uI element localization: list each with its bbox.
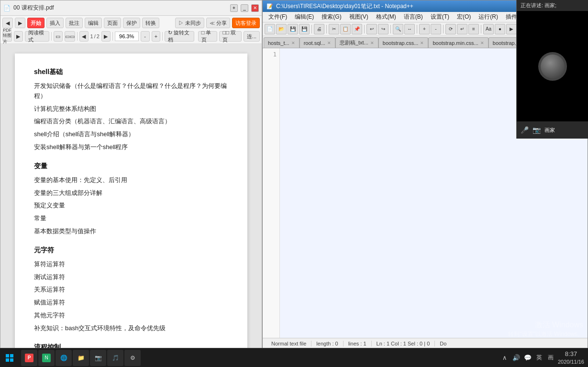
taskbar-clock[interactable]: 8:37 2020/11/16 [558, 350, 584, 366]
pdf-item-6: 变量的基本使用：先定义、后引用 [34, 175, 228, 185]
menu-format[interactable]: 格式(M) [372, 12, 400, 22]
tab-beiju-close[interactable]: ✕ [370, 41, 374, 45]
toolbar-sep5 [417, 25, 417, 33]
nav-prev-btn[interactable]: ◀ [79, 31, 89, 42]
npp-run-btn[interactable]: ▶ [506, 24, 517, 34]
play-btn[interactable]: ▶ [14, 31, 23, 42]
video-mic-btn[interactable]: 🎤 [521, 126, 529, 134]
rotate-btn[interactable]: ↻ 旋转文档 [165, 31, 194, 42]
taskbar-files-app[interactable]: 📁 [73, 350, 89, 366]
toolbar-row-1: ◀ ▶ 开始 插入 批注 编辑 页面 保护 转换 ▷ 未同步 ≪ 分享 访客登录 [2, 17, 260, 29]
edit-btn[interactable]: 编辑 [85, 18, 102, 28]
tab-beiju[interactable]: 悲剧稿_txt... ✕ [335, 37, 378, 48]
fwd-btn[interactable]: ▶ [15, 18, 25, 28]
status-length: length : 0 [311, 341, 343, 346]
taskbar-npp-icon: N [42, 354, 51, 362]
pdf-titlebar: 📄 00 课程安排.pdf + _ ✕ [0, 0, 262, 16]
taskbar-media-app[interactable]: 🎵 [107, 350, 123, 366]
npp-paste-btn[interactable]: 📌 [352, 24, 362, 34]
npp-save-btn[interactable]: 💾 [288, 24, 298, 34]
npp-print-btn[interactable]: 🖨 [314, 24, 324, 34]
pdf-new-tab-btn[interactable]: + [230, 4, 238, 12]
page-view-single-btn[interactable]: ▭ [54, 31, 63, 42]
annotate-btn[interactable]: 批注 [66, 18, 83, 28]
sync-btn[interactable]: ▷ 未同步 [175, 18, 204, 28]
npp-cut-btn[interactable]: ✂ [329, 24, 339, 34]
menu-macro[interactable]: 宏(O) [453, 12, 475, 22]
pdf-close-btn[interactable]: ✕ [251, 4, 259, 12]
double-page-btn[interactable]: □□ 双页 [219, 31, 241, 42]
pdf-minimize-btn[interactable]: _ [241, 4, 248, 12]
tab-hosts[interactable]: hosts_t... ✕ [264, 37, 300, 48]
video-cam-btn[interactable]: 📷 [533, 126, 541, 134]
tab-bootstrap-css-close[interactable]: ✕ [420, 41, 424, 45]
taskbar-start-btn[interactable] [0, 348, 19, 367]
page-view-double-btn[interactable]: ▭▭ [65, 31, 75, 42]
tab-root-sql-close[interactable]: ✕ [327, 41, 331, 45]
tab-bootstrap-min-css-close[interactable]: ✕ [480, 41, 484, 45]
nav-next-btn[interactable]: ▶ [101, 31, 111, 42]
menu-run[interactable]: 运行(R) [475, 12, 502, 22]
npp-new-btn[interactable]: 📄 [265, 24, 275, 34]
taskbar-files-icon: 📁 [77, 354, 85, 362]
taskbar-lang-icon[interactable]: 英 [535, 353, 544, 362]
taskbar-notepad-app[interactable]: N [38, 350, 55, 366]
taskbar-camera-app[interactable]: 📷 [90, 350, 106, 366]
taskbar-system-icons: ∧ 🔊 💬 英 画 [500, 353, 555, 362]
menu-search[interactable]: 搜索(G) [318, 12, 345, 22]
npp-lang-btn[interactable]: Aa [483, 24, 494, 34]
zoom-out-btn[interactable]: - [141, 31, 150, 42]
share-btn[interactable]: ≪ 分享 [206, 18, 230, 28]
read-mode-btn[interactable]: 阅读模式 [25, 31, 49, 42]
single-page-btn[interactable]: □ 单页 [198, 31, 218, 42]
page-btn[interactable]: 页面 [104, 18, 121, 28]
npp-save-all-btn[interactable]: 💾 [299, 24, 310, 34]
taskbar-up-arrow[interactable]: ∧ [500, 353, 509, 362]
back-btn[interactable]: ◀ [2, 18, 13, 28]
npp-copy-btn[interactable]: 📋 [340, 24, 351, 34]
taskbar-network-icon[interactable]: 💬 [523, 353, 532, 362]
npp-replace-btn[interactable]: ↔ [404, 24, 415, 34]
taskbar-browser-app[interactable]: 🌐 [55, 350, 72, 366]
npp-indent-btn[interactable]: ≡ [468, 24, 479, 34]
npp-undo-btn[interactable]: ↩ [366, 24, 377, 34]
taskbar-paint-icon[interactable]: 画 [546, 353, 555, 362]
tab-hosts-close[interactable]: ✕ [291, 41, 295, 45]
npp-zoom-in-btn[interactable]: + [419, 24, 430, 34]
sep1 [51, 32, 52, 41]
visit-login-btn[interactable]: 访客登录 [232, 18, 260, 28]
npp-find-btn[interactable]: 🔍 [393, 24, 403, 34]
page-indicator: 1 / 2 [90, 33, 100, 39]
taskbar-pdf-app[interactable]: P [21, 350, 37, 366]
menu-settings[interactable]: 设置(T) [427, 12, 453, 22]
section-meta: 元字符 [34, 246, 228, 255]
continuous-btn[interactable]: 连... [244, 31, 260, 42]
npp-wrap-btn[interactable]: ↵ [457, 24, 467, 34]
video-header: 正在讲述: 画家; [517, 0, 588, 11]
insert-btn[interactable]: 插入 [46, 18, 64, 28]
start-btn[interactable]: 开始 [27, 18, 44, 28]
zoom-in-btn[interactable]: + [152, 31, 161, 42]
npp-zoom-out-btn[interactable]: - [431, 24, 441, 34]
protect-btn[interactable]: 保护 [123, 18, 140, 28]
npp-macro-btn[interactable]: ● [495, 24, 505, 34]
pdf-to-img-btn[interactable]: PDF转图片 [2, 31, 12, 42]
pdf-item-10: 基本数据类型与值操作 [34, 227, 228, 237]
pdf-item-7: 变量的三大组成部分详解 [34, 188, 228, 198]
taskbar-settings-app[interactable]: ⚙ [124, 350, 141, 366]
taskbar-sound-icon[interactable]: 🔊 [512, 353, 521, 362]
tab-bootstrap-min-css[interactable]: bootstrap.min.css... ✕ [428, 37, 488, 48]
zoom-input[interactable] [115, 32, 139, 41]
npp-open-btn[interactable]: 📂 [276, 24, 287, 34]
convert-btn[interactable]: 转换 [142, 18, 159, 28]
status-cursor: Ln : 1 Col : 1 Sel : 0 | 0 [372, 341, 435, 346]
menu-file[interactable]: 文件(F) [265, 12, 291, 22]
npp-redo-btn[interactable]: ↪ [378, 24, 388, 34]
tab-root-sql[interactable]: root.sql... ✕ [300, 37, 335, 48]
pdf-item-14: 赋值运算符 [34, 298, 228, 308]
npp-sync-btn[interactable]: ⟳ [445, 24, 456, 34]
menu-view[interactable]: 视图(V) [345, 12, 372, 22]
tab-bootstrap-css[interactable]: bootstrap.css... ✕ [378, 37, 429, 48]
menu-language[interactable]: 语言(B) [400, 12, 427, 22]
menu-edit[interactable]: 编辑(E) [291, 12, 318, 22]
